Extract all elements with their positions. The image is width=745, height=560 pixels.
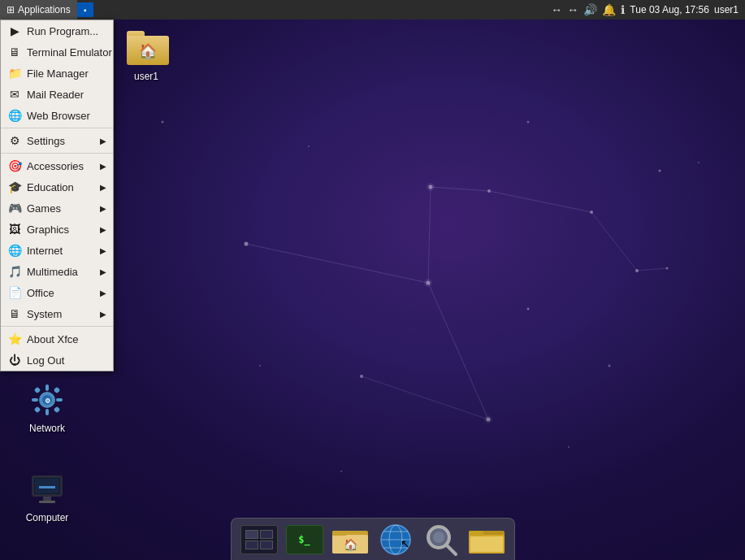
taskbar-bottom: $_ 🏠 ↖ — [231, 518, 515, 560]
menu-item-settings-label: Settings — [27, 135, 95, 147]
app-menu-icon: ⊞ — [6, 4, 15, 15]
menu-item-multimedia[interactable]: 🎵 Multimedia ▶ — [1, 261, 113, 282]
svg-rect-44 — [34, 406, 41, 413]
svg-rect-55 — [332, 531, 347, 536]
user1-folder-label: user1 — [134, 71, 158, 82]
desktop-icon-network[interactable]: ⚙ Network — [15, 380, 80, 434]
menu-separator-3 — [1, 326, 113, 327]
browser-dock-icon: ↖ — [378, 522, 414, 558]
menu-item-about-xfce-label: About Xfce — [27, 333, 106, 345]
menu-item-graphics[interactable]: 🖼 Graphics ▶ — [1, 219, 113, 240]
menu-item-accessories-label: Accessories — [27, 160, 95, 172]
education-icon: 🎓 — [7, 180, 22, 194]
svg-line-18 — [362, 376, 488, 419]
vpn-icon[interactable]: ↔ — [567, 3, 578, 16]
menu-item-file-manager[interactable]: 📁 File Manager — [1, 63, 113, 84]
menu-item-log-out[interactable]: ⏻ Log Out — [1, 349, 113, 371]
menu-item-internet-label: Internet — [27, 245, 95, 257]
svg-rect-38 — [45, 384, 49, 391]
svg-point-22 — [609, 365, 611, 367]
menu-item-office[interactable]: 📄 Office ▶ — [1, 282, 113, 303]
network-icon-img: ⚙ — [28, 380, 67, 419]
svg-point-10 — [527, 308, 530, 310]
applications-menu-button[interactable]: ⊞ Applications — [0, 0, 77, 20]
menu-item-run-program-label: Run Program... — [27, 25, 106, 37]
info-icon[interactable]: ℹ — [621, 3, 625, 16]
user1-folder-icon: 🏠 — [127, 28, 166, 67]
network-icon[interactable]: ↔ — [551, 3, 562, 16]
computer-label: Computer — [26, 512, 69, 523]
svg-text:⚙: ⚙ — [45, 397, 50, 405]
svg-line-15 — [428, 187, 431, 283]
terminal-icon: 🖥 — [7, 45, 22, 59]
menu-item-multimedia-label: Multimedia — [27, 266, 95, 278]
file-manager-dock-icon: 🏠 — [332, 524, 368, 555]
desktop: ⊞ Applications ▪ ↔ ↔ 🔊 🔔 ℹ Tue 03 Aug, 1… — [0, 0, 745, 560]
dock-magnifier[interactable] — [420, 522, 462, 558]
app-menu-label: Applications — [18, 4, 71, 15]
svg-rect-50 — [39, 501, 55, 503]
about-xfce-icon: ⭐ — [7, 332, 22, 346]
menu-item-file-manager-label: File Manager — [27, 67, 106, 80]
office-icon: 📄 — [7, 285, 22, 300]
multimedia-icon: 🎵 — [7, 264, 22, 279]
svg-point-67 — [433, 532, 444, 543]
accessories-arrow-icon: ▶ — [100, 162, 106, 171]
desktop-icon-computer[interactable]: ▬▬ Computer — [15, 470, 80, 523]
dock-desktop-switcher[interactable] — [238, 522, 280, 558]
menu-item-games[interactable]: 🎮 Games ▶ — [1, 198, 113, 219]
svg-point-7 — [659, 170, 661, 172]
dock-browser[interactable]: ↖ — [375, 522, 417, 558]
system-icon: 🖥 — [7, 306, 22, 321]
taskbar-user: user1 — [714, 4, 739, 15]
graphics-arrow-icon: ▶ — [100, 225, 106, 234]
desktop-icon-user1[interactable]: 🏠 user1 — [114, 28, 179, 82]
taskbar-blue-button[interactable]: ▪ — [77, 2, 93, 17]
svg-point-25 — [259, 365, 261, 367]
svg-point-28 — [424, 279, 432, 287]
menu-item-web-browser-label: Web Browser — [27, 110, 106, 122]
desktop-switcher-widget — [240, 525, 278, 554]
menu-item-graphics-label: Graphics — [27, 224, 95, 236]
menu-item-system[interactable]: 🖥 System ▶ — [1, 303, 113, 324]
settings-arrow-icon: ▶ — [100, 137, 106, 145]
svg-rect-42 — [34, 387, 41, 393]
menu-item-run-program[interactable]: ▶ Run Program... — [1, 20, 113, 41]
svg-rect-41 — [56, 398, 63, 402]
dock-folder[interactable] — [466, 522, 508, 558]
mail-reader-icon: ✉ — [7, 87, 22, 102]
menu-item-settings[interactable]: ⚙ Settings ▶ — [1, 130, 113, 151]
taskbar-top-right: ↔ ↔ 🔊 🔔 ℹ Tue 03 Aug, 17:56 user1 — [551, 3, 745, 16]
file-manager-icon: 📁 — [7, 66, 22, 80]
menu-item-system-label: System — [27, 308, 95, 320]
taskbar-top-left: ⊞ Applications ▪ — [0, 0, 93, 20]
computer-icon-img: ▬▬ — [28, 470, 67, 509]
education-arrow-icon: ▶ — [100, 183, 106, 192]
notification-icon[interactable]: 🔔 — [602, 3, 616, 16]
svg-rect-39 — [45, 409, 49, 415]
svg-point-29 — [484, 415, 492, 423]
games-arrow-icon: ▶ — [100, 204, 106, 213]
log-out-icon: ⏻ — [7, 353, 22, 367]
dock-terminal[interactable]: $_ — [284, 522, 326, 558]
menu-item-accessories[interactable]: 🎯 Accessories ▶ — [1, 155, 113, 176]
menu-item-web-browser[interactable]: 🌐 Web Browser — [1, 105, 113, 126]
svg-text:↖: ↖ — [401, 537, 410, 550]
volume-icon[interactable]: 🔊 — [583, 3, 597, 16]
menu-item-about-xfce[interactable]: ⭐ About Xfce — [1, 328, 113, 349]
menu-item-terminal[interactable]: 🖥 Terminal Emulator — [1, 41, 113, 63]
magnifier-dock-icon — [423, 522, 459, 558]
network-label: Network — [29, 423, 65, 434]
svg-line-66 — [446, 545, 456, 554]
system-arrow-icon: ▶ — [100, 310, 106, 319]
svg-point-20 — [308, 145, 310, 147]
menu-item-mail-reader[interactable]: ✉ Mail Reader — [1, 84, 113, 105]
dock-file-manager[interactable]: 🏠 — [329, 522, 371, 558]
office-arrow-icon: ▶ — [100, 289, 106, 297]
menu-item-internet[interactable]: 🌐 Internet ▶ — [1, 240, 113, 261]
menu-item-terminal-label: Terminal Emulator — [27, 46, 112, 59]
svg-point-26 — [568, 446, 570, 448]
svg-point-27 — [427, 183, 435, 191]
menu-item-education[interactable]: 🎓 Education ▶ — [1, 176, 113, 198]
terminal-prompt: $_ — [298, 534, 310, 545]
